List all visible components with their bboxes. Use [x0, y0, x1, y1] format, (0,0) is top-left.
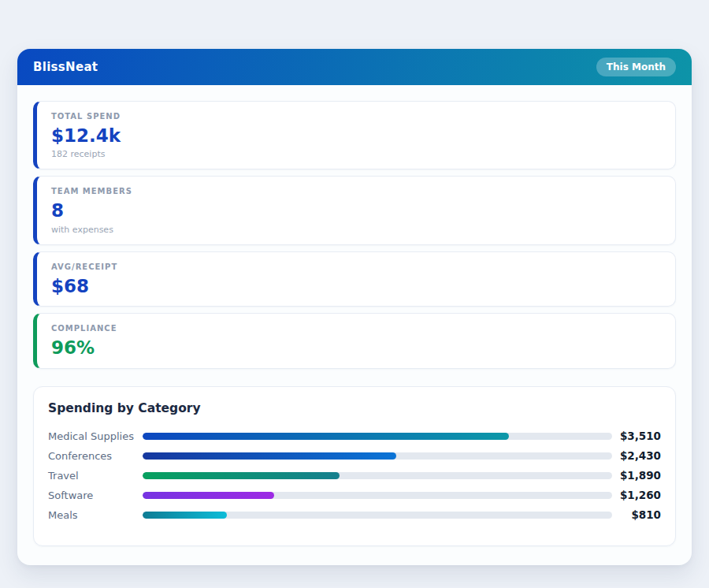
bar-track — [143, 452, 612, 460]
stat-card-avg-receipt: AVG/RECEIPT $68 — [33, 251, 676, 307]
stat-value: 96% — [51, 337, 661, 358]
category-value: $3,510 — [612, 430, 661, 442]
category-row-travel: Travel $1,890 — [48, 466, 661, 486]
category-row-conferences: Conferences $2,430 — [48, 446, 661, 466]
app-title: BlissNeat — [33, 60, 98, 74]
stat-value: $12.4k — [51, 125, 661, 146]
bar-fill — [143, 512, 227, 519]
stat-label: TEAM MEMBERS — [51, 187, 661, 195]
category-label: Meals — [48, 509, 143, 521]
stat-caption: with expenses — [51, 225, 661, 235]
stat-label: AVG/RECEIPT — [51, 262, 661, 271]
stat-value: $68 — [51, 276, 661, 296]
bar-fill — [143, 452, 396, 460]
stats-stack: TOTAL SPEND $12.4k 182 receipts TEAM MEM… — [33, 101, 676, 369]
stat-card-total-spend: TOTAL SPEND $12.4k 182 receipts — [33, 101, 676, 169]
bar-track — [143, 433, 612, 440]
category-row-software: Software $1,260 — [48, 486, 661, 505]
card-body: TOTAL SPEND $12.4k 182 receipts TEAM MEM… — [17, 85, 692, 565]
stat-label: COMPLIANCE — [51, 324, 661, 333]
dashboard-card: BlissNeat This Month TOTAL SPEND $12.4k … — [17, 49, 692, 565]
category-value: $1,260 — [612, 489, 661, 501]
spending-by-category-card: Spending by Category Medical Supplies $3… — [33, 386, 676, 546]
stat-label: TOTAL SPEND — [51, 112, 661, 121]
stat-card-compliance: COMPLIANCE 96% — [33, 313, 676, 368]
category-label: Software — [48, 489, 143, 501]
stat-caption: 182 receipts — [51, 149, 661, 159]
period-badge[interactable]: This Month — [596, 58, 676, 76]
category-value: $810 — [612, 508, 661, 521]
category-row-medical-supplies: Medical Supplies $3,510 — [48, 426, 661, 446]
stat-value: 8 — [51, 200, 661, 221]
category-label: Conferences — [48, 450, 143, 462]
category-label: Travel — [48, 470, 143, 482]
category-value: $1,890 — [612, 469, 661, 482]
category-value: $2,430 — [612, 449, 661, 462]
bar-track — [143, 492, 612, 499]
bar-track — [143, 512, 612, 519]
section-title: Spending by Category — [48, 401, 661, 415]
stat-card-team-members: TEAM MEMBERS 8 with expenses — [33, 176, 676, 244]
bar-fill — [143, 492, 274, 499]
bar-fill — [143, 472, 340, 479]
card-header: BlissNeat This Month — [17, 49, 692, 85]
bar-fill — [143, 433, 509, 440]
category-label: Medical Supplies — [48, 430, 143, 442]
category-row-meals: Meals $810 — [48, 505, 661, 525]
bar-track — [143, 472, 612, 479]
